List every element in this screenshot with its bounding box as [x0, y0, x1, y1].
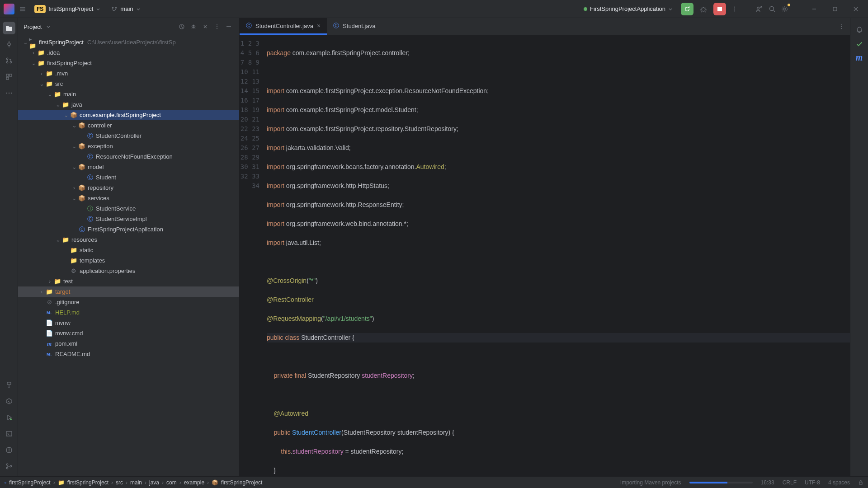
run-config-selector[interactable]: FirstSpringProjectApplication	[579, 4, 677, 14]
run-button[interactable]	[681, 3, 693, 15]
project-tool-button[interactable]	[3, 22, 15, 34]
tree-node[interactable]: ›📦repository	[18, 183, 239, 193]
tree-node[interactable]: ⚙application.properties	[18, 266, 239, 276]
tree-node[interactable]: 📄mvnw	[18, 318, 239, 328]
tree-node-selected[interactable]: ⌄📦com.example.firstSpringProject	[18, 110, 239, 120]
breadcrumb[interactable]: ▫ firstSpringProject› 📁firstSpringProjec…	[5, 479, 262, 486]
encoding[interactable]: UTF-8	[805, 479, 820, 486]
status-task[interactable]: Importing Maven projects	[620, 479, 681, 486]
branch-icon	[111, 6, 118, 12]
line-separator[interactable]: CRLF	[783, 479, 797, 486]
svg-point-0	[702, 8, 705, 11]
tree-node[interactable]: ⌄📦services	[18, 193, 239, 203]
tree-node[interactable]: ›📁.mvn	[18, 68, 239, 79]
tree-node[interactable]: ›📁.idea	[18, 47, 239, 58]
tree-node-root[interactable]: ⌄▸📁 firstSpringProject C:\Users\user\Ide…	[18, 37, 239, 47]
run-status-dot	[584, 7, 587, 11]
tab-student[interactable]: Ⓒ Student.java	[327, 18, 382, 35]
services-tool-button[interactable]	[3, 395, 15, 408]
tree-node[interactable]: ›📁test	[18, 276, 239, 286]
tree-node[interactable]: ›📁target	[18, 286, 239, 297]
branch-selector[interactable]: main	[108, 4, 144, 14]
hide-panel-icon[interactable]	[224, 22, 234, 32]
code-editor[interactable]: package com.example.firstSpringProject.c…	[267, 35, 850, 476]
tree-node[interactable]: ⌄📁resources	[18, 235, 239, 245]
tree-node[interactable]: ⒸStudentServiceImpl	[18, 214, 239, 224]
svg-point-29	[841, 24, 842, 25]
tree-node[interactable]: M↓README.md	[18, 349, 239, 359]
tree-node[interactable]: ⌄📦exception	[18, 141, 239, 151]
project-selector[interactable]: FS firstSpringProject	[31, 3, 104, 15]
stop-button[interactable]	[713, 3, 726, 15]
commit-tool-button[interactable]	[3, 38, 15, 51]
editor-area: Ⓒ StudentController.java × Ⓒ Student.jav…	[240, 18, 850, 476]
tree-node[interactable]: ⌄📁java	[18, 99, 239, 110]
collapse-all-icon[interactable]	[200, 22, 210, 32]
panel-options-icon[interactable]	[212, 22, 222, 32]
project-badge: FS	[34, 5, 46, 13]
pull-requests-tool-button[interactable]	[3, 54, 15, 67]
notifications-button[interactable]	[853, 23, 866, 36]
indent[interactable]: 4 spaces	[828, 479, 850, 486]
svg-point-19	[10, 418, 12, 420]
tree-node[interactable]: 📁templates	[18, 255, 239, 266]
editor-tabs: Ⓒ StudentController.java × Ⓒ Student.jav…	[240, 18, 850, 35]
readonly-icon[interactable]	[858, 480, 863, 485]
bookmarks-tool-button[interactable]	[3, 379, 15, 391]
close-icon[interactable]: ×	[317, 22, 321, 29]
run-tool-button[interactable]	[3, 411, 15, 424]
more-icon[interactable]	[730, 5, 739, 14]
tab-studentcontroller[interactable]: Ⓒ StudentController.java ×	[240, 18, 327, 35]
maximize-button[interactable]	[826, 0, 844, 18]
tab-label: StudentController.java	[255, 23, 313, 29]
project-tree[interactable]: ⌄▸📁 firstSpringProject C:\Users\user\Ide…	[18, 35, 239, 476]
tree-node[interactable]: ⒸResourceNotFoundException	[18, 151, 239, 162]
tree-node[interactable]: ⒸStudent	[18, 172, 239, 183]
code-with-me-icon[interactable]	[755, 5, 764, 14]
tree-node[interactable]: ⌄📦controller	[18, 120, 239, 131]
bug-icon	[700, 5, 707, 13]
progress-bar[interactable]	[689, 482, 753, 483]
svg-point-24	[10, 465, 12, 467]
titlebar: FS firstSpringProject main FirstSpringPr…	[0, 0, 868, 18]
tree-node[interactable]: ⌄📁src	[18, 79, 239, 89]
search-icon[interactable]	[768, 5, 777, 14]
chevron-down-icon[interactable]	[46, 24, 51, 29]
cursor-position[interactable]: 16:33	[761, 479, 774, 486]
tree-node[interactable]: mpom.xml	[18, 338, 239, 349]
stop-icon	[717, 7, 722, 11]
hamburger-icon[interactable]	[18, 5, 27, 14]
tab-options-icon[interactable]	[836, 22, 846, 32]
minimize-button[interactable]	[806, 0, 823, 18]
debug-button[interactable]	[697, 3, 710, 15]
structure-tool-button[interactable]	[3, 70, 15, 83]
settings-icon[interactable]	[780, 5, 789, 14]
terminal-tool-button[interactable]	[3, 427, 15, 440]
tree-node[interactable]: ⒸFirstSpringProjectApplication	[18, 224, 239, 235]
svg-point-31	[841, 28, 842, 28]
svg-rect-8	[833, 7, 837, 11]
tree-node[interactable]: ⊘.gitignore	[18, 297, 239, 307]
tree-node[interactable]: ⒸStudentController	[18, 131, 239, 141]
select-opened-file-icon[interactable]	[177, 22, 187, 32]
vcs-tool-button[interactable]	[3, 460, 15, 473]
panel-header: Project	[18, 18, 239, 35]
maven-tool-button[interactable]: m	[856, 52, 863, 63]
chevron-down-icon	[668, 7, 673, 11]
tree-node[interactable]: ⌄📁main	[18, 89, 239, 99]
tree-node[interactable]: ⒾStudentService	[18, 203, 239, 214]
inspection-ok-icon[interactable]	[856, 41, 863, 48]
problems-tool-button[interactable]	[3, 444, 15, 456]
more-tools-button[interactable]	[3, 87, 15, 99]
statusbar: ▫ firstSpringProject› 📁firstSpringProjec…	[0, 476, 868, 488]
tree-node[interactable]: M↓HELP.md	[18, 307, 239, 318]
close-button[interactable]	[847, 0, 864, 18]
tree-node[interactable]: 📄mvnw.cmd	[18, 328, 239, 338]
tree-node[interactable]: 📁static	[18, 245, 239, 255]
expand-all-icon[interactable]	[189, 22, 198, 32]
tree-node[interactable]: ⌄📁firstSpringProject	[18, 58, 239, 68]
svg-point-16	[6, 93, 7, 94]
svg-point-2	[734, 8, 735, 9]
tree-node[interactable]: ⌄📦model	[18, 162, 239, 172]
gutter[interactable]: 1 2 3 4 5 6 7 8 9 10 11 12 13 14 15 16 1…	[240, 35, 267, 476]
